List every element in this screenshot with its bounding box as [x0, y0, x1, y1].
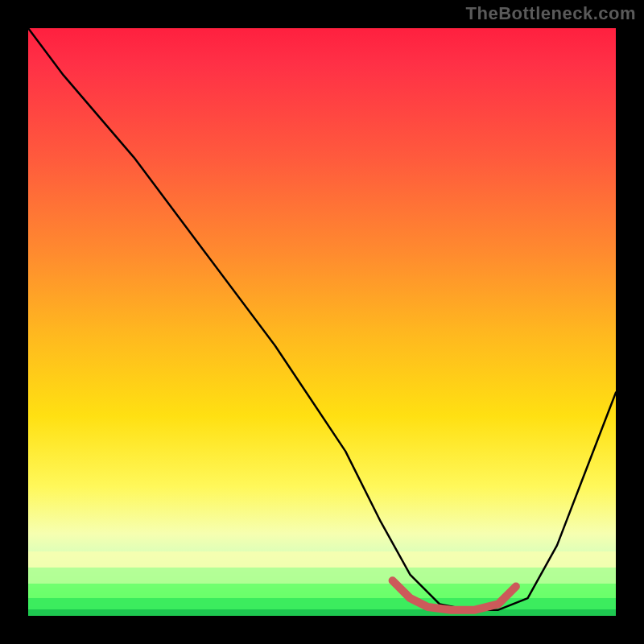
- curve-layer: [28, 28, 616, 616]
- optimal-range-marker: [393, 580, 516, 610]
- bottleneck-curve: [28, 28, 616, 610]
- chart-frame: TheBottleneck.com: [0, 0, 644, 644]
- watermark-text: TheBottleneck.com: [466, 3, 636, 24]
- plot-area: [28, 28, 616, 616]
